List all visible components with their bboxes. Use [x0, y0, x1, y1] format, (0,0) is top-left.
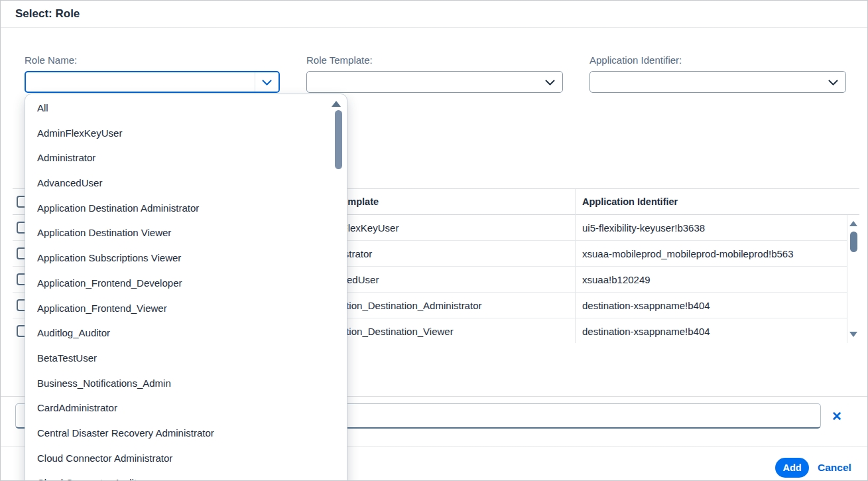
- dropdown-items: All AdminFlexKeyUser Administrator Advan…: [25, 96, 347, 481]
- cell-application-identifier: xsuaa!b120249: [582, 267, 651, 293]
- column-header-application-identifier: Application Identifier: [582, 189, 678, 215]
- scroll-up-icon[interactable]: [849, 221, 857, 226]
- scroll-up-icon[interactable]: [332, 101, 341, 107]
- role-name-dropdown-list: All AdminFlexKeyUser Administrator Advan…: [25, 94, 347, 481]
- scrollbar-thumb[interactable]: [335, 110, 342, 169]
- role-template-label: Role Template:: [306, 54, 373, 66]
- dropdown-item[interactable]: Application Subscriptions Viewer: [25, 245, 347, 271]
- scroll-down-icon[interactable]: [849, 332, 857, 337]
- dropdown-item[interactable]: Application_Frontend_Developer: [25, 271, 347, 296]
- scrollbar-thumb[interactable]: [850, 232, 857, 252]
- chevron-down-icon: [262, 76, 272, 88]
- dropdown-item[interactable]: Cloud Connector Auditor: [25, 470, 347, 481]
- application-identifier-dropdown-button[interactable]: [820, 72, 845, 92]
- application-identifier-select: [589, 71, 846, 93]
- dialog-header: Select: Role: [1, 1, 867, 28]
- chevron-down-icon: [545, 76, 555, 88]
- cancel-button[interactable]: Cancel: [818, 462, 851, 474]
- column-divider: [575, 189, 576, 343]
- dropdown-item[interactable]: Auditlog_Auditor: [25, 320, 347, 346]
- role-template-select: [306, 71, 563, 93]
- clear-icon[interactable]: ✕: [828, 408, 845, 425]
- cell-application-identifier: destination-xsappname!b404: [582, 318, 710, 344]
- dropdown-item[interactable]: Cloud Connector Administrator: [25, 446, 347, 471]
- cell-application-identifier: xsuaa-mobileprod_mobileprod-mobileprod!b…: [582, 241, 794, 267]
- dropdown-item[interactable]: Administrator: [25, 145, 347, 171]
- application-identifier-label: Application Identifier:: [589, 54, 682, 66]
- dropdown-item[interactable]: AdminFlexKeyUser: [25, 121, 347, 146]
- table-scrollbar[interactable]: [847, 215, 859, 343]
- role-name-combobox: [25, 71, 280, 93]
- role-template-input[interactable]: [307, 72, 562, 92]
- dropdown-item[interactable]: Application_Frontend_Viewer: [25, 296, 347, 321]
- page-title: Select: Role: [15, 7, 80, 21]
- dropdown-item[interactable]: Application Destination Viewer: [25, 220, 347, 245]
- cell-application-identifier: ui5-flexibility-keyuser!b3638: [582, 215, 705, 241]
- role-template-dropdown-button[interactable]: [537, 72, 562, 92]
- select-role-dialog: Select: Role Role Name: Role Template: A…: [0, 0, 868, 481]
- dropdown-item[interactable]: BetaTestUser: [25, 346, 347, 371]
- dropdown-item[interactable]: All: [25, 96, 347, 121]
- dropdown-item[interactable]: Business_Notifications_Admin: [25, 371, 347, 396]
- dropdown-item[interactable]: AdvancedUser: [25, 171, 347, 196]
- role-name-label: Role Name:: [25, 54, 77, 66]
- application-identifier-input[interactable]: [590, 72, 845, 92]
- dropdown-item[interactable]: CardAdministrator: [25, 395, 347, 421]
- dropdown-item[interactable]: Application Destination Administrator: [25, 196, 347, 221]
- chevron-down-icon: [828, 76, 838, 88]
- role-name-dropdown-button[interactable]: [255, 72, 279, 92]
- dropdown-item[interactable]: Central Disaster Recovery Administrator: [25, 421, 347, 446]
- role-name-input[interactable]: [26, 72, 279, 92]
- cell-application-identifier: destination-xsappname!b404: [582, 293, 710, 318]
- add-button[interactable]: Add: [775, 458, 809, 478]
